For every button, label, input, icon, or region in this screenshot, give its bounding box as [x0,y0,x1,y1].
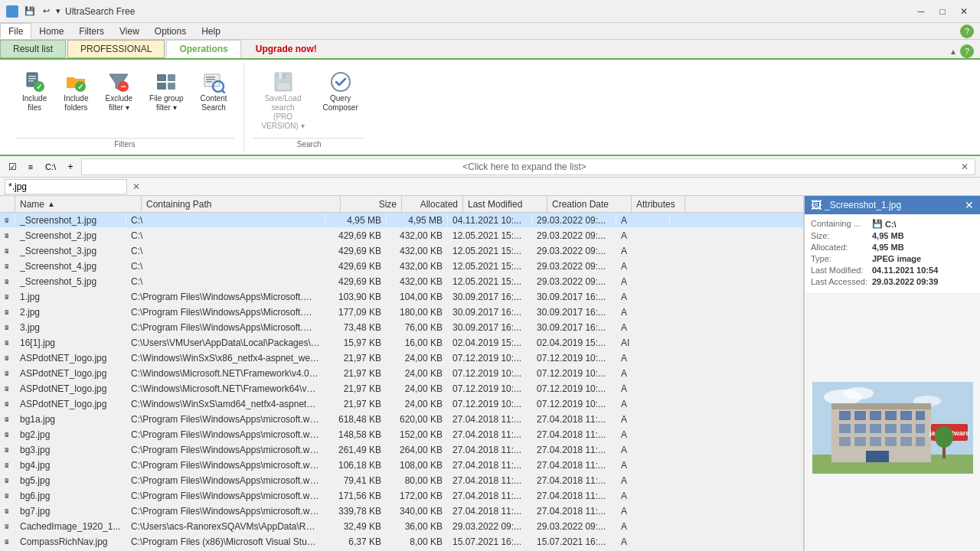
table-row[interactable]: bg3.jpg C:\Program Files\WindowsApps\mic… [0,442,803,458]
quick-access-undo[interactable]: ↩ [40,6,53,16]
col-header-size[interactable]: Size [341,196,402,212]
table-row[interactable]: bg1a.jpg C:\Program Files\WindowsApps\mi… [0,412,803,427]
include-folders-button[interactable]: ✓ Includefolders [57,66,95,116]
view-toggle-button[interactable]: ≡ [23,159,38,174]
table-row[interactable]: ASPdotNET_logo.jpg C:\Windows\Microsoft.… [0,381,803,396]
menu-view[interactable]: View [112,23,147,39]
menu-help[interactable]: Help [194,23,228,39]
row-size: 171,56 KB [325,490,387,502]
tab-result-list[interactable]: Result list [0,40,66,58]
table-row[interactable]: 16[1].jpg C:\Users\VMUser\AppData\Local\… [0,335,803,350]
query-composer-label: QueryComposer [323,94,358,112]
table-row[interactable]: bg5.jpg C:\Program Files\WindowsApps\mic… [0,473,803,488]
row-modified: 30.09.2017 16:... [448,291,532,303]
col-header-name[interactable]: Name ▲ [15,196,142,212]
table-row[interactable]: _Screenshot_4.jpg C:\ 429,69 KB 432,00 K… [0,259,803,274]
preview-close-button[interactable]: ✕ [965,199,974,211]
col-header-attr[interactable]: Attributes [632,196,685,212]
address-bar[interactable]: <Click here to expand the list> ✕ [81,158,975,175]
table-row[interactable]: _Screenshot_5.jpg C:\ 429,69 KB 432,00 K… [0,274,803,289]
row-alloc: 24,00 KB [387,398,448,410]
minimize-button[interactable]: ─ [911,4,931,19]
tab-upgrade[interactable]: Upgrade now! [243,40,330,58]
toolbar: ☑ ≡ C:\ + <Click here to expand the list… [0,156,980,178]
table-row[interactable]: bg6.jpg C:\Program Files\WindowsApps\mic… [0,488,803,504]
table-row[interactable]: bg4.jpg C:\Program Files\WindowsApps\mic… [0,458,803,473]
svg-rect-80 [6,419,8,419]
query-composer-button[interactable]: QueryComposer [316,66,365,116]
row-modified: 29.03.2022 09:... [448,520,532,533]
col-header-modified[interactable]: Last Modified [463,196,547,212]
quick-access-dropdown[interactable]: ▾ [54,6,62,16]
drive-button[interactable]: C:\ [41,159,60,174]
menu-options[interactable]: Options [147,23,194,39]
table-row[interactable]: ASPdotNET_logo.jpg C:\Windows\Microsoft.… [0,366,803,381]
save-load-search-button[interactable]: Save/Load search(PRO VERSION) ▾ [253,66,313,135]
help-icon[interactable]: ? [960,24,974,38]
include-files-button[interactable]: ✓ Includefiles [15,66,54,116]
table-row[interactable]: 1.jpg C:\Program Files\WindowsApps\Micro… [0,289,803,305]
table-row[interactable]: ASPdotNET_logo.jpg C:\Windows\WinSxS\x86… [0,350,803,366]
preview-image-container: jamsoftware [805,294,980,551]
table-row[interactable]: 3.jpg C:\Program Files\WindowsApps\Micro… [0,320,803,335]
table-row[interactable]: bg7.jpg C:\Program Files\WindowsApps\mic… [0,504,803,519]
exclude-filter-button[interactable]: − Excludefilter ▾ [99,66,140,116]
svg-rect-39 [6,265,8,266]
col-modified-label: Last Modified [468,199,522,210]
ribbon-group-search: Save/Load search(PRO VERSION) ▾ QueryCom… [244,63,374,152]
table-row[interactable]: 2.jpg C:\Program Files\WindowsApps\Micro… [0,305,803,320]
svg-rect-56 [6,327,8,328]
row-size: 4,95 MB [325,214,387,227]
maximize-button[interactable]: □ [933,4,952,19]
menu-home[interactable]: Home [31,23,71,39]
row-name: bg2.jpg [15,429,126,441]
file-group-filter-button[interactable]: File groupfilter ▾ [142,66,190,116]
svg-rect-83 [6,433,8,434]
col-header-path[interactable]: Containing Path [142,196,341,212]
row-alloc: 172,00 KB [387,490,448,502]
col-header-created[interactable]: Creation Date [547,196,632,212]
row-name: bg6.jpg [15,490,126,502]
menu-filters[interactable]: Filters [71,23,112,39]
ribbon-help-icon[interactable]: ? [960,44,974,58]
svg-rect-36 [6,250,8,251]
row-size: 32,49 KB [325,520,387,533]
preview-row-accessed: Last Accessed: 29.03.2022 09:39 [811,277,974,286]
row-icon [0,536,15,548]
preview-size-value: 4,95 MB [872,231,904,240]
table-row[interactable]: CompassRichNav.jpg C:\Program Files (x86… [0,534,803,549]
preview-containing-value: C:\ [885,220,897,229]
row-modified: 12.05.2021 15:... [448,276,532,288]
row-icon [0,383,15,395]
row-path: C:\Program Files\WindowsApps\microsoft.w… [126,474,325,487]
tab-professional[interactable]: PROFESSIONAL [67,40,165,58]
filter-clear-button[interactable]: ✕ [130,181,142,193]
tab-operations[interactable]: Operations [166,40,240,58]
svg-rect-49 [6,297,8,298]
row-attr: A [616,291,670,303]
table-row[interactable]: bg2.jpg C:\Program Files\WindowsApps\mic… [0,427,803,442]
row-attr: A [616,306,670,318]
svg-rect-104 [6,510,8,511]
row-alloc: 24,00 KB [387,367,448,380]
table-row[interactable]: _Screenshot_1.jpg C:\ 4,95 MB 4,95 MB 04… [0,213,803,228]
table-row[interactable]: _Screenshot_3.jpg C:\ 429,69 KB 432,00 K… [0,243,803,259]
table-row[interactable]: _Screenshot_2.jpg C:\ 429,69 KB 432,00 K… [0,228,803,243]
svg-point-25 [332,73,350,91]
content-search-button[interactable]: ContentSearch [194,66,234,116]
checkbox-all-button[interactable]: ☑ [5,159,20,174]
quick-access-save[interactable]: 💾 [21,6,38,16]
table-row[interactable]: CachedImage_1920_1... C:\Users\acs-Ranor… [0,519,803,534]
menu-file[interactable]: File [0,23,31,39]
close-button[interactable]: ✕ [954,4,974,19]
svg-rect-2 [28,78,36,80]
preview-header: 🖼 _Screenshot_1.jpg ✕ [805,196,980,214]
ribbon-collapse-up[interactable]: ▲ [949,47,957,56]
title-bar: 💾 ↩ ▾ UltraSearch Free ─ □ ✕ [0,0,980,23]
row-name: CompassRichNav.jpg [15,536,126,548]
table-row[interactable]: ASPdotNET_logo.jpg C:\Windows\WinSxS\amd… [0,396,803,412]
filter-input[interactable] [5,179,127,194]
address-clear-button[interactable]: ✕ [961,161,969,172]
add-location-button[interactable]: + [63,159,78,174]
col-header-alloc[interactable]: Allocated [402,196,463,212]
